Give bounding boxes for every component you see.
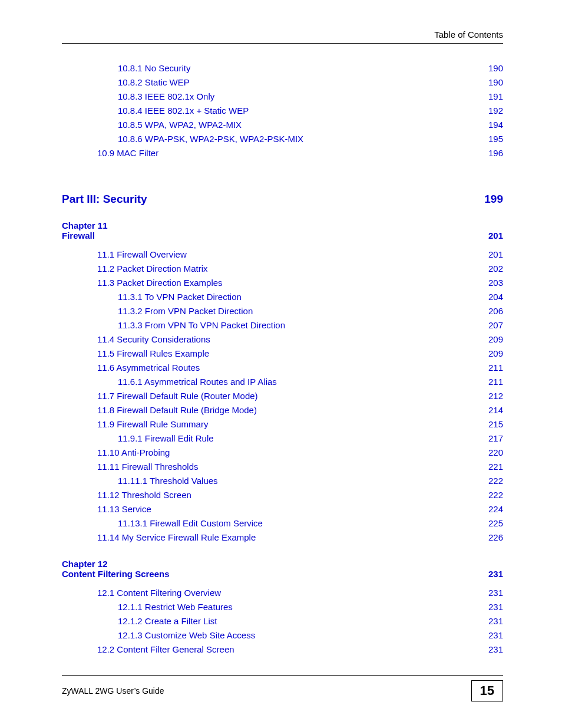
- chapter-label[interactable]: Chapter 11: [62, 220, 503, 230]
- toc-entry[interactable]: 11.4 Security Considerations209: [62, 332, 503, 347]
- toc-entry[interactable]: 11.8 Firewall Default Rule (Bridge Mode)…: [62, 403, 503, 417]
- toc-entry-title: 11.7 Firewall Default Rule (Router Mode): [97, 389, 258, 403]
- toc-entry-title: 11.4 Security Considerations: [97, 332, 210, 347]
- toc-entry-title: 11.11.1 Threshold Values: [118, 474, 218, 488]
- toc-entry-title: 12.1.2 Create a Filter List: [118, 614, 217, 628]
- toc-entry-title: 11.3.1 To VPN Packet Direction: [118, 290, 242, 304]
- toc-entry-page: 194: [488, 118, 503, 132]
- page: Table of Contents 10.8.1 No Security1901…: [0, 0, 562, 728]
- toc-entry-page: 231: [488, 643, 503, 657]
- toc-entry[interactable]: 11.11.1 Threshold Values222: [62, 474, 503, 488]
- toc-entry[interactable]: 11.2 Packet Direction Matrix202: [62, 262, 503, 276]
- toc-entry[interactable]: 10.9 MAC Filter196: [62, 146, 503, 160]
- toc-entry-title: 11.13.1 Firewall Edit Custom Service: [118, 516, 263, 531]
- toc-entry[interactable]: 12.1 Content Filtering Overview231: [62, 586, 503, 600]
- chapter-heading[interactable]: Content Filtering Screens231: [62, 569, 503, 579]
- toc-entry[interactable]: 10.8.3 IEEE 802.1x Only191: [62, 90, 503, 104]
- toc-entry-page: 211: [488, 361, 503, 375]
- toc-entry[interactable]: 11.6 Asymmetrical Routes211: [62, 361, 503, 375]
- toc-entry[interactable]: 10.8.6 WPA-PSK, WPA2-PSK, WPA2-PSK-MIX19…: [62, 132, 503, 146]
- toc-entry-title: 11.3.2 From VPN Packet Direction: [118, 304, 253, 318]
- toc-entry[interactable]: 11.9.1 Firewall Edit Rule217: [62, 431, 503, 446]
- toc-entry-title: 10.8.6 WPA-PSK, WPA2-PSK, WPA2-PSK-MIX: [118, 132, 303, 146]
- toc-entry-page: 202: [488, 262, 503, 276]
- toc-entry-title: 10.8.4 IEEE 802.1x + Static WEP: [118, 104, 249, 118]
- toc-entry-page: 203: [488, 276, 503, 290]
- header-title: Table of Contents: [62, 29, 503, 43]
- toc-entry[interactable]: 11.3 Packet Direction Examples203: [62, 276, 503, 290]
- toc-entry-page: 224: [488, 502, 503, 516]
- toc-entry-title: 11.12 Threshold Screen: [97, 488, 191, 502]
- toc-entry[interactable]: 10.8.4 IEEE 802.1x + Static WEP192: [62, 104, 503, 118]
- toc-entry-page: 190: [488, 61, 503, 75]
- toc-entry[interactable]: 11.9 Firewall Rule Summary215: [62, 417, 503, 431]
- toc-entry[interactable]: 12.2 Content Filter General Screen231: [62, 643, 503, 657]
- toc-entry-title: 11.11 Firewall Thresholds: [97, 460, 198, 474]
- toc-entry-page: 212: [488, 389, 503, 403]
- toc-entry-page: 211: [488, 375, 503, 389]
- toc-entry[interactable]: 11.3.1 To VPN Packet Direction204: [62, 290, 503, 304]
- toc-entry-title: 11.9.1 Firewall Edit Rule: [118, 431, 214, 446]
- part-title: Part III: Security: [62, 193, 147, 206]
- toc-entry-page: 191: [488, 90, 503, 104]
- toc-entry-title: 11.5 Firewall Rules Example: [97, 347, 209, 361]
- chapter-label[interactable]: Chapter 12: [62, 559, 503, 569]
- part-heading[interactable]: Part III: Security 199: [62, 193, 503, 206]
- toc-entry[interactable]: 11.11 Firewall Thresholds221: [62, 460, 503, 474]
- toc-entry-page: 231: [488, 614, 503, 628]
- toc-entry[interactable]: 10.8.5 WPA, WPA2, WPA2-MIX194: [62, 118, 503, 132]
- toc-entry[interactable]: 11.6.1 Asymmetrical Routes and IP Alias2…: [62, 375, 503, 389]
- footer: ZyWALL 2WG User’s Guide 15: [62, 675, 503, 701]
- chapter-page: 231: [488, 569, 503, 579]
- toc-entry[interactable]: 11.14 My Service Firewall Rule Example22…: [62, 531, 503, 545]
- toc-entry-page: 226: [488, 531, 503, 545]
- toc-entry-page: 204: [488, 290, 503, 304]
- toc-entry[interactable]: 11.3.3 From VPN To VPN Packet Direction2…: [62, 318, 503, 332]
- toc-entry-page: 231: [488, 586, 503, 600]
- toc-entry[interactable]: 12.1.1 Restrict Web Features231: [62, 600, 503, 614]
- toc-entry-page: 222: [488, 488, 503, 502]
- toc-entry-title: 11.1 Firewall Overview: [97, 248, 187, 262]
- toc-entry-page: 231: [488, 600, 503, 614]
- chapter-title: Content Filtering Screens: [62, 569, 170, 579]
- toc-entry-page: 225: [488, 516, 503, 531]
- toc-entry[interactable]: 11.1 Firewall Overview201: [62, 248, 503, 262]
- toc-entry-title: 11.10 Anti-Probing: [97, 446, 170, 460]
- toc-entry[interactable]: 11.5 Firewall Rules Example209: [62, 347, 503, 361]
- toc-entry-page: 209: [488, 347, 503, 361]
- chapter-heading[interactable]: Firewall201: [62, 230, 503, 241]
- toc-entry[interactable]: 10.8.2 Static WEP190: [62, 75, 503, 90]
- toc-entry-title: 11.3.3 From VPN To VPN Packet Direction: [118, 318, 285, 332]
- part-page: 199: [484, 193, 503, 206]
- toc-entry-page: 220: [488, 446, 503, 460]
- toc-entry-page: 215: [488, 417, 503, 431]
- toc-entry-title: 11.3 Packet Direction Examples: [97, 276, 223, 290]
- toc-entry[interactable]: 11.12 Threshold Screen222: [62, 488, 503, 502]
- toc-entry-title: 11.13 Service: [97, 502, 151, 516]
- chapter-page: 201: [488, 230, 503, 241]
- footer-guide-title: ZyWALL 2WG User’s Guide: [62, 686, 164, 696]
- toc-entry-page: 196: [488, 146, 503, 160]
- toc-entry-title: 12.2 Content Filter General Screen: [97, 643, 234, 657]
- toc-entry-page: 214: [488, 403, 503, 417]
- toc-entry[interactable]: 12.1.2 Create a Filter List231: [62, 614, 503, 628]
- footer-rule: [62, 675, 503, 676]
- toc-entry-page: 206: [488, 304, 503, 318]
- toc-entry[interactable]: 11.7 Firewall Default Rule (Router Mode)…: [62, 389, 503, 403]
- toc-entry[interactable]: 11.13 Service224: [62, 502, 503, 516]
- toc-entry-title: 11.2 Packet Direction Matrix: [97, 262, 208, 276]
- toc-entry[interactable]: 10.8.1 No Security190: [62, 61, 503, 75]
- toc-chapters: Chapter 11Firewall20111.1 Firewall Overv…: [62, 220, 503, 667]
- toc-entry[interactable]: 11.3.2 From VPN Packet Direction206: [62, 304, 503, 318]
- toc-entry[interactable]: 11.10 Anti-Probing220: [62, 446, 503, 460]
- toc-entry-title: 10.9 MAC Filter: [97, 146, 158, 160]
- toc-entry[interactable]: 12.1.3 Customize Web Site Access231: [62, 628, 503, 643]
- toc-entry-page: 221: [488, 460, 503, 474]
- toc-entry-page: 231: [488, 628, 503, 643]
- toc-entry-page: 209: [488, 332, 503, 347]
- toc-entry[interactable]: 11.13.1 Firewall Edit Custom Service225: [62, 516, 503, 531]
- toc-entry-title: 11.8 Firewall Default Rule (Bridge Mode): [97, 403, 257, 417]
- toc-entry-page: 217: [488, 431, 503, 446]
- toc-entry-page: 195: [488, 132, 503, 146]
- toc-entry-page: 222: [488, 474, 503, 488]
